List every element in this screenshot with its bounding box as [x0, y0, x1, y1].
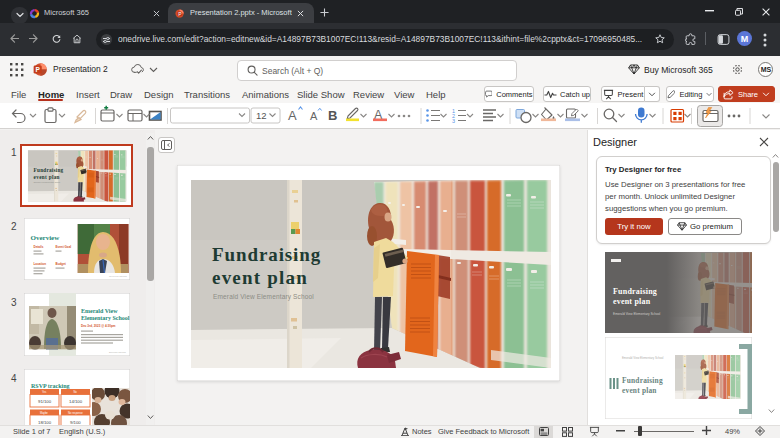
- svg-text:Budget: Budget: [56, 262, 66, 266]
- svg-text:12: 12: [256, 110, 267, 121]
- svg-text:Elementary School: Elementary School: [81, 315, 130, 321]
- svg-text:Emerald View: Emerald View: [81, 308, 118, 314]
- svg-text:Fundraising: Fundraising: [34, 167, 64, 173]
- svg-text:RSVP tracking: RSVP tracking: [31, 383, 70, 389]
- svg-text:91/100: 91/100: [38, 399, 52, 404]
- svg-text:No: No: [74, 390, 78, 394]
- svg-text:Fundraising: Fundraising: [613, 287, 657, 296]
- svg-text:Maybe: Maybe: [40, 411, 48, 415]
- svg-text:A: A: [288, 108, 297, 123]
- svg-text:Location: Location: [34, 262, 47, 266]
- svg-text:B: B: [328, 108, 337, 123]
- svg-text:No response: No response: [68, 411, 83, 415]
- svg-text:Overview: Overview: [31, 234, 61, 242]
- svg-text:18/100: 18/100: [38, 420, 52, 425]
- svg-text:Emerald agenda: Emerald agenda: [109, 351, 127, 353]
- svg-text:Dec 3rd, 2023 @ 4:30pm: Dec 3rd, 2023 @ 4:30pm: [81, 324, 116, 328]
- svg-text:Emerald View Elementary School: Emerald View Elementary School: [613, 312, 661, 316]
- svg-text:event plan: event plan: [622, 386, 657, 395]
- svg-text:14/100: 14/100: [69, 399, 83, 404]
- svg-text:event plan: event plan: [212, 267, 308, 288]
- svg-text:Emerald View Elementary School: Emerald View Elementary School: [622, 356, 664, 360]
- svg-text:Details: Details: [34, 245, 44, 249]
- svg-text:A: A: [310, 110, 318, 122]
- svg-text:Overview agenda: Overview agenda: [109, 275, 128, 277]
- svg-text:Emerald View Elementary School: Emerald View Elementary School: [213, 293, 314, 301]
- svg-text:P: P: [36, 66, 41, 73]
- svg-text:3: 3: [452, 118, 455, 124]
- svg-text:event plan: event plan: [34, 174, 60, 180]
- svg-text:9/100: 9/100: [70, 420, 81, 425]
- svg-text:Event Goal: Event Goal: [56, 245, 72, 249]
- svg-text:Emerald View Elementary School: Emerald View Elementary School: [34, 181, 61, 183]
- svg-text:Fundraising: Fundraising: [212, 244, 321, 265]
- svg-text:event plan: event plan: [613, 297, 651, 306]
- svg-text:Fundraising: Fundraising: [622, 376, 663, 385]
- svg-text:Yes: Yes: [42, 390, 47, 394]
